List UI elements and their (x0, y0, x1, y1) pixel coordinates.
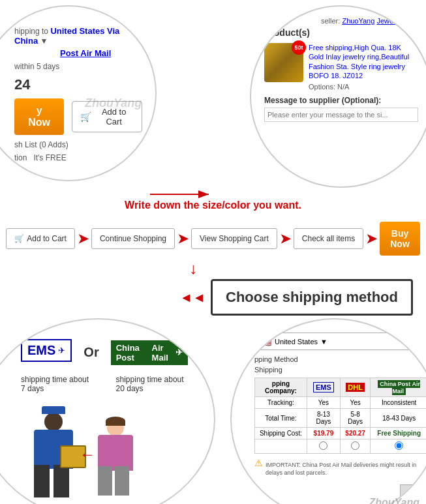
col-china-post: China Post Air Mail (371, 378, 426, 397)
post-air-mail-link[interactable]: Post Air Mail (60, 48, 142, 58)
radio-row (255, 439, 427, 454)
dhl-logo-small: DHL (346, 383, 365, 392)
seller-store-link[interactable]: Jewelry Co... (376, 17, 418, 25)
shipping-sub-label: Shipping (254, 366, 426, 374)
check-items-button[interactable]: Check all items (294, 228, 363, 249)
protection-line: tion It's FREE (14, 153, 142, 162)
shipping-times-row: shipping time about 7 days shipping time… (21, 372, 188, 393)
product-name: Free shipping,High Qua. 18K Gold Inlay j… (309, 43, 418, 80)
down-arrow-container: ↓ (0, 261, 426, 276)
radio-china-cell[interactable] (371, 439, 426, 454)
right-circle-area: seller: ZhuoYang Jewelry Co... Product(s… (189, 5, 426, 188)
time-label: Total Time: (255, 409, 307, 428)
arrow-2: ➤ (177, 231, 189, 246)
arrow-1: ➤ (78, 231, 89, 246)
time-china: 18-43 Days (371, 409, 426, 428)
buy-now-button[interactable]: y Now (14, 98, 64, 135)
china-post-time: shipping time about 20 days (116, 375, 188, 393)
china-post-small: China Post Air Mail (378, 380, 420, 395)
warning-icon: ⚠ (254, 458, 263, 468)
customer (93, 419, 138, 497)
cost-dhl: $20.27 (340, 428, 371, 439)
free-badge: 50t (292, 40, 306, 55)
delivery-man (27, 413, 80, 497)
china-post-line1: China Post (116, 343, 147, 363)
products-label: Product(s) (264, 27, 418, 38)
china-post-line2: Air Mail (152, 343, 173, 363)
col-company: pping Company: (255, 378, 307, 397)
left-circle-area: hipping to United States Via China ▼ Pos… (0, 5, 189, 188)
cost-label: Shipping Cost: (255, 428, 307, 439)
radio-dhl-cell[interactable] (340, 439, 371, 454)
steps-row: 🛒 Add to Cart ➤ Continue Shopping ➤ View… (0, 216, 426, 261)
china-post-plane-icon: ✈ (175, 348, 183, 357)
message-label: Message to supplier (Optional): (264, 96, 418, 105)
col-dhl: DHL (340, 378, 371, 397)
arrow-3: ➤ (280, 231, 291, 246)
ems-time: shipping time about 7 days (21, 375, 90, 393)
add-to-cart-button[interactable]: 🛒 Add to Cart (72, 101, 142, 132)
radio-ems-cell[interactable] (307, 439, 340, 454)
ems-logo: EMS ✈ (21, 339, 72, 362)
cost-china: Free Shipping (371, 428, 426, 439)
circle-left: hipping to United States Via China ▼ Pos… (0, 5, 157, 181)
cart-step-icon: 🛒 (14, 234, 24, 243)
ok-button[interactable]: OK (400, 484, 426, 499)
seller-name-link[interactable]: ZhuoYang (342, 17, 374, 25)
radio-china[interactable] (395, 441, 403, 450)
ems-plane-icon: ✈ (58, 346, 65, 355)
dropdown-icon[interactable]: ▼ (40, 37, 48, 46)
cost-row: Shipping Cost: $19.79 $20.27 Free Shippi… (255, 428, 427, 439)
product-thumbnail: 50t (264, 43, 303, 82)
within-days: within 5 days (14, 62, 142, 71)
us-flag-icon: 🇺🇸 (259, 335, 272, 348)
add-to-cart-step-button[interactable]: 🛒 Add to Cart (6, 228, 75, 249)
radio-ems[interactable] (319, 441, 327, 450)
price-display: 24 (14, 76, 142, 93)
time-dhl: 5-8 Days (340, 409, 371, 428)
options-line: Options: N/A (309, 83, 418, 91)
circle-bottom-left: EMS ✈ Or China Post Air Mail ✈ shipping … (0, 318, 215, 504)
top-section: hipping to United States Via China ▼ Pos… (0, 0, 426, 194)
tracking-row: Tracking: Yes Yes Inconsistent (255, 397, 427, 409)
shipping-method-label: pping Method (254, 355, 426, 363)
country-name: United States (275, 338, 318, 346)
tracking-label: Tracking: (255, 397, 307, 409)
circle-bottom-right: 🇺🇸 United States ▼ pping Method Shipping… (230, 318, 426, 504)
buy-now-step-button[interactable]: Buy Now (380, 222, 420, 256)
bottom-section: EMS ✈ Or China Post Air Mail ✈ shipping … (0, 318, 426, 504)
add-to-cart-label: Add to Cart (94, 107, 134, 126)
view-cart-button[interactable]: View Shopping Cart (191, 228, 277, 249)
dropdown-icon[interactable]: ▼ (320, 338, 327, 346)
time-ems: 8-13 Days (307, 409, 340, 428)
wish-list-line: sh List (0 Adds) (14, 140, 142, 149)
left-arrow-icon: ◄◄ (179, 290, 205, 305)
important-note-row: ⚠ IMPORTANT: China Post Air Mail deliver… (254, 458, 426, 477)
seller-label: seller: (321, 17, 340, 25)
ems-logo-small: EMS (313, 382, 334, 393)
tracking-dhl: Yes (340, 397, 371, 409)
shipping-line: hipping to United States Via China ▼ (14, 26, 142, 46)
important-note-text: IMPORTANT: China Post Air Mail deliverie… (266, 462, 426, 477)
tracking-ems: Yes (307, 397, 340, 409)
shipping-to-label: hipping to (14, 27, 48, 36)
united-states-select[interactable]: 🇺🇸 United States ▼ (254, 333, 426, 350)
tracking-china: Inconsistent (371, 397, 426, 409)
radio-label-cell (255, 439, 307, 454)
product-info: Free shipping,High Qua. 18K Gold Inlay j… (309, 43, 418, 91)
time-row: Total Time: 8-13 Days 5-8 Days 18-43 Day… (255, 409, 427, 428)
col-ems: EMS (307, 378, 340, 397)
or-text: Or (84, 345, 99, 360)
delivery-illustration: ← (21, 400, 188, 497)
shipping-methods-row: EMS ✈ Or China Post Air Mail ✈ (21, 339, 188, 366)
continue-shopping-button[interactable]: Continue Shopping (91, 228, 175, 249)
product-row: 50t Free shipping,High Qua. 18K Gold Inl… (264, 43, 418, 91)
down-arrow-icon: ↓ (0, 261, 387, 276)
circle-right: seller: ZhuoYang Jewelry Co... Product(s… (250, 5, 426, 188)
choose-shipping-area: ◄◄ Choose shipping method (0, 276, 426, 318)
ems-text: EMS (27, 343, 55, 358)
message-input[interactable] (264, 108, 418, 122)
choose-shipping-box: Choose shipping method (211, 279, 413, 316)
radio-dhl[interactable] (351, 441, 359, 450)
cost-ems: $19.79 (307, 428, 340, 439)
